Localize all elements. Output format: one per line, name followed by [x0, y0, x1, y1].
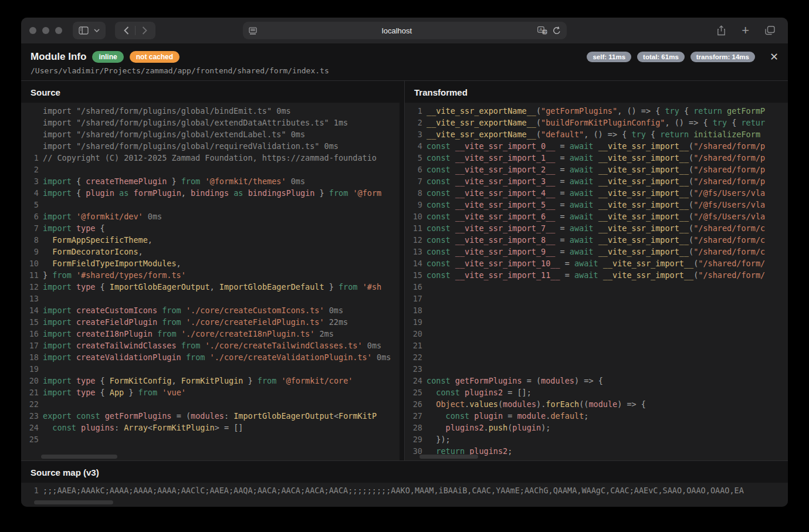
code-line: 15import createFieldPlugin from './core/…: [21, 316, 400, 328]
line-number: 7: [405, 175, 422, 187]
line-content: [422, 363, 426, 375]
url-text[interactable]: localhost: [257, 26, 537, 35]
line-content: [422, 328, 426, 340]
chevron-down-icon: [94, 29, 100, 32]
line-number: 14: [405, 257, 422, 269]
sourcemap-hscrollbar[interactable]: [34, 500, 113, 504]
line-number: 18: [405, 304, 422, 316]
line-number: 15: [405, 269, 422, 281]
line-number: 15: [21, 316, 39, 328]
line-content: [422, 340, 426, 351]
minimize-window-button[interactable]: [42, 27, 49, 34]
line-content: FormFieldTypeImportModules,: [39, 257, 181, 269]
code-line: 12import type { ImportGlobEagerOutput, I…: [21, 281, 400, 293]
line-number: 21: [405, 340, 422, 351]
line-content: import "/shared/form/plugins/global/exte…: [39, 117, 348, 128]
source-hscrollbar[interactable]: [41, 455, 117, 459]
reload-icon[interactable]: [553, 26, 561, 35]
line-content: [39, 433, 43, 445]
line-content: const __vite_ssr_import_6__ = await __vi…: [422, 211, 765, 222]
code-line: 18: [405, 304, 788, 316]
line-number: 14: [21, 304, 39, 316]
code-line: 22: [21, 398, 400, 410]
sidebar-toggle-button[interactable]: [73, 22, 106, 39]
code-line: import "/shared/form/plugins/global/exte…: [21, 128, 400, 140]
line-number: 11: [21, 269, 39, 281]
code-line: 21import type { App } from 'vue': [21, 387, 400, 398]
line-number: 10: [21, 257, 39, 269]
sourcemap-section: Source map (v3) 1;;;AAEA;AAAkC;AAAA;AAAA…: [21, 460, 788, 507]
reader-icon[interactable]: [249, 27, 257, 35]
line-number: 3: [405, 128, 422, 140]
line-content: import createI18nPlugin from './core/cre…: [39, 328, 334, 340]
svg-text:文: 文: [543, 30, 547, 34]
code-line: 15const __vite_ssr_import_11__ = await _…: [405, 269, 788, 281]
line-number: [21, 105, 39, 117]
address-bar[interactable]: localhost A 文: [243, 22, 567, 39]
transformed-panel: Transformed 1__vite_ssr_exportName__("ge…: [404, 81, 788, 460]
code-line: 18import createValidationPlugin from './…: [21, 351, 400, 363]
line-content: const __vite_ssr_import_4__ = await __vi…: [422, 187, 765, 199]
zoom-window-button[interactable]: [55, 27, 62, 34]
inline-badge: inline: [92, 51, 123, 63]
back-button[interactable]: [117, 22, 135, 39]
line-number: 24: [21, 422, 39, 433]
line-content: [39, 199, 43, 211]
svg-text:A: A: [539, 27, 543, 32]
close-icon[interactable]: ✕: [770, 52, 778, 62]
line-number: 18: [21, 351, 39, 363]
line-content: // Copyright (C) 2012-2025 Zammad Founda…: [39, 152, 377, 164]
window-controls: [29, 27, 62, 34]
share-icon[interactable]: [717, 25, 726, 36]
code-line: import "/shared/form/plugins/global/exte…: [21, 117, 400, 128]
line-content: import createCustomIcons from './core/cr…: [39, 304, 343, 316]
line-number: 16: [405, 281, 422, 293]
line-number: 8: [21, 234, 39, 246]
code-line: 5const __vite_ssr_import_1__ = await __v…: [405, 152, 788, 164]
code-line: 25: [21, 433, 400, 445]
transformed-hscrollbar[interactable]: [419, 455, 478, 459]
line-number: 20: [405, 328, 422, 340]
translate-icon[interactable]: A 文: [537, 26, 547, 35]
line-content: Object.values(modules).forEach((module) …: [422, 398, 646, 410]
line-content: [422, 304, 426, 316]
line-content: FormDecoratorIcons,: [39, 246, 143, 257]
code-line: 8 FormAppSpecificTheme,: [21, 234, 400, 246]
tab-overview-icon[interactable]: [765, 26, 775, 35]
line-content: export const getFormPlugins = (modules: …: [39, 410, 377, 422]
line-number: [21, 128, 39, 140]
browser-toolbar: localhost A 文: [21, 18, 788, 43]
page-title: Module Info: [31, 51, 86, 63]
line-content: import type { App } from 'vue': [39, 387, 186, 398]
transform-time-badge: transform: 14ms: [690, 52, 755, 62]
line-content: import createFieldPlugin from './core/cr…: [39, 316, 348, 328]
code-line: 13: [21, 293, 400, 304]
code-line: 19: [405, 316, 788, 328]
line-content: [422, 281, 426, 293]
line-number: 2: [21, 164, 39, 175]
line-content: FormAppSpecificTheme,: [39, 234, 153, 246]
code-line: 23: [405, 363, 788, 375]
forward-button[interactable]: [136, 22, 153, 39]
code-line: 17import createTailwindClasses from './c…: [21, 340, 400, 351]
code-line: 20import type { FormKitConfig, FormKitPl…: [21, 375, 400, 387]
line-content: } from '#shared/types/form.ts': [39, 269, 186, 281]
code-line: 7const __vite_ssr_import_3__ = await __v…: [405, 175, 788, 187]
line-number: 2: [405, 117, 422, 128]
code-line: 3import { createThemePlugin } from '@for…: [21, 175, 400, 187]
line-number: [21, 140, 39, 152]
line-content: import createTailwindClasses from './cor…: [39, 340, 381, 351]
line-content: import "/shared/form/plugins/global/bind…: [39, 105, 291, 117]
line-number: 13: [405, 246, 422, 257]
code-line: 13const __vite_ssr_import_9__ = await __…: [405, 246, 788, 257]
transformed-code[interactable]: 1__vite_ssr_exportName__("getFormPlugins…: [405, 103, 788, 460]
sourcemap-code[interactable]: 1;;;AAEA;AAAkC;AAAA;AAAA;AAAA;AAClC;AAEA…: [21, 483, 788, 507]
line-content: ;;;AAEA;AAAkC;AAAA;AAAA;AAAA;AAClC;AAEA;…: [39, 484, 744, 496]
line-number: 25: [405, 387, 422, 398]
close-window-button[interactable]: [29, 27, 36, 34]
line-number: 23: [405, 363, 422, 375]
line-content: [39, 398, 43, 410]
line-content: [39, 293, 43, 304]
new-tab-icon[interactable]: +: [742, 25, 749, 36]
source-code[interactable]: import "/shared/form/plugins/global/bind…: [21, 103, 400, 460]
